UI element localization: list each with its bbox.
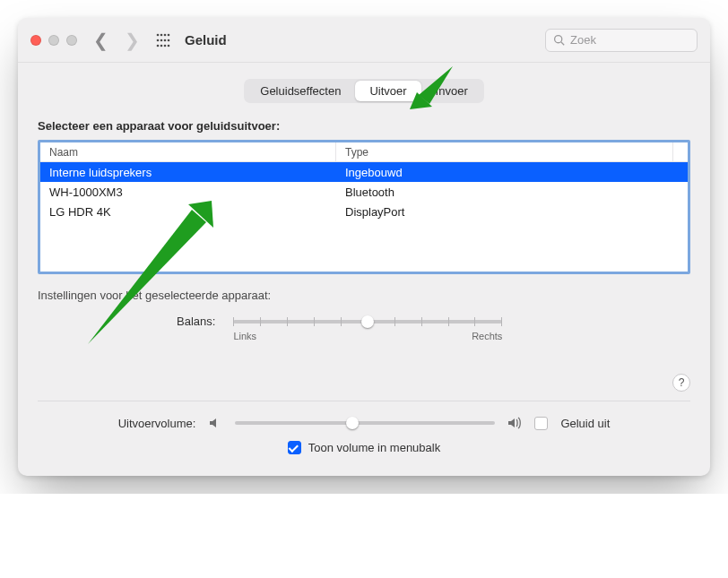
table-row[interactable]: Interne luidsprekers Ingebouwd (40, 162, 688, 182)
zoom-window-button[interactable] (66, 35, 77, 46)
show-in-menubar-label: Toon volume in menubalk (308, 441, 440, 454)
table-row[interactable]: LG HDR 4K DisplayPort (40, 202, 688, 221)
svg-point-9 (160, 44, 163, 47)
svg-point-7 (168, 39, 170, 41)
balance-slider[interactable] (233, 320, 502, 324)
select-device-label: Selecteer een apparaat voor geluidsuitvo… (38, 119, 690, 133)
mute-checkbox[interactable] (534, 417, 548, 430)
device-type: Bluetooth (336, 185, 688, 199)
search-input[interactable]: Zoek (545, 29, 698, 52)
svg-point-5 (160, 39, 163, 41)
svg-point-10 (164, 44, 167, 47)
minimize-window-button[interactable] (48, 35, 59, 46)
search-icon (553, 34, 565, 46)
device-name: Interne luidsprekers (40, 166, 336, 179)
svg-point-8 (157, 44, 160, 47)
help-button[interactable]: ? (672, 374, 690, 392)
tab-sound-effects[interactable]: Geluidseffecten (246, 81, 355, 101)
speaker-high-icon (507, 416, 522, 430)
svg-point-1 (160, 33, 163, 36)
settings-for-selected-label: Instellingen voor het geselecteerde appa… (38, 289, 690, 302)
show-in-menubar-checkbox[interactable] (288, 441, 301, 454)
device-name: LG HDR 4K (40, 205, 336, 219)
col-header-type[interactable]: Type (336, 142, 673, 161)
segmented-control: Geluidseffecten Uitvoer Invoer (38, 79, 690, 103)
sound-prefs-window: ❮ ❯ Geluid Zoek Geluidseffecten Uitvoer (18, 18, 710, 476)
show-all-button[interactable] (156, 33, 170, 47)
svg-point-3 (168, 33, 170, 36)
balance-label: Balans: (177, 315, 215, 328)
back-button[interactable]: ❮ (93, 31, 108, 49)
device-type: Ingebouwd (336, 166, 688, 179)
tab-output[interactable]: Uitvoer (355, 81, 420, 101)
close-window-button[interactable] (30, 35, 41, 46)
table-header: Naam Type (40, 142, 688, 162)
volume-knob[interactable] (346, 417, 359, 429)
speaker-low-icon (208, 416, 222, 430)
output-volume-slider[interactable] (235, 421, 495, 425)
device-type: DisplayPort (336, 205, 688, 219)
balance-right-label: Rechts (472, 331, 502, 341)
divider (38, 401, 690, 401)
output-volume-label: Uitvoervolume: (118, 417, 196, 430)
mute-label: Geluid uit (560, 417, 610, 430)
output-device-table: Naam Type Interne luidsprekers Ingebouwd… (38, 140, 690, 274)
toolbar: ❮ ❯ Geluid Zoek (18, 18, 710, 63)
search-placeholder: Zoek (570, 33, 596, 47)
col-header-name[interactable]: Naam (40, 142, 336, 161)
svg-point-2 (164, 33, 167, 36)
page-title: Geluid (185, 32, 227, 47)
svg-point-11 (168, 44, 170, 47)
table-row[interactable]: WH-1000XM3 Bluetooth (40, 182, 688, 202)
svg-point-6 (164, 39, 167, 41)
device-name: WH-1000XM3 (40, 185, 336, 199)
forward-button[interactable]: ❯ (125, 31, 140, 49)
svg-point-12 (555, 36, 562, 43)
svg-line-13 (561, 42, 564, 45)
svg-point-4 (157, 39, 160, 41)
traffic-lights (30, 35, 77, 46)
svg-point-0 (157, 33, 160, 36)
balance-left-label: Links (233, 331, 256, 341)
tab-input[interactable]: Invoer (421, 81, 482, 101)
